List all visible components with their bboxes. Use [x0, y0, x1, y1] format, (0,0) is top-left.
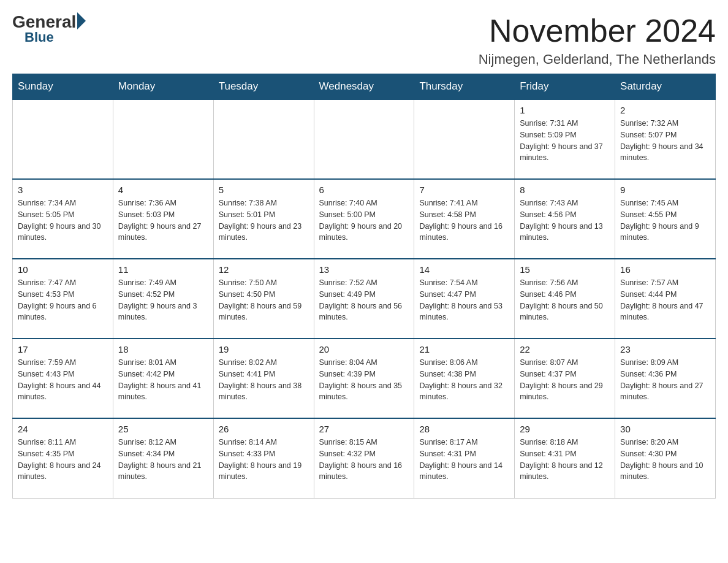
day-number: 8 — [520, 185, 610, 195]
calendar-cell: 28Sunrise: 8:17 AM Sunset: 4:31 PM Dayli… — [414, 418, 515, 498]
day-info: Sunrise: 7:34 AM Sunset: 5:05 PM Dayligh… — [18, 197, 108, 243]
day-number: 25 — [118, 424, 208, 434]
calendar-cell: 20Sunrise: 8:04 AM Sunset: 4:39 PM Dayli… — [314, 339, 414, 418]
day-number: 15 — [520, 264, 610, 275]
calendar-cell: 10Sunrise: 7:47 AM Sunset: 4:53 PM Dayli… — [13, 259, 113, 339]
day-info: Sunrise: 7:50 AM Sunset: 4:50 PM Dayligh… — [219, 277, 309, 323]
logo-blue: Blue — [25, 29, 54, 45]
calendar-cell: 2Sunrise: 7:32 AM Sunset: 5:07 PM Daylig… — [615, 99, 716, 179]
calendar-cell — [213, 99, 314, 179]
day-number: 27 — [319, 424, 409, 434]
day-number: 19 — [219, 344, 309, 354]
logo: General Blue — [12, 12, 86, 45]
day-info: Sunrise: 7:59 AM Sunset: 4:43 PM Dayligh… — [18, 357, 108, 403]
calendar-cell: 17Sunrise: 7:59 AM Sunset: 4:43 PM Dayli… — [13, 339, 113, 418]
calendar-cell: 12Sunrise: 7:50 AM Sunset: 4:50 PM Dayli… — [213, 259, 314, 339]
logo-triangle-icon — [77, 12, 86, 29]
day-number: 2 — [620, 105, 710, 115]
day-number: 17 — [18, 344, 108, 354]
day-number: 16 — [620, 264, 710, 275]
location-title: Nijmegen, Gelderland, The Netherlands — [479, 52, 716, 67]
calendar-cell: 24Sunrise: 8:11 AM Sunset: 4:35 PM Dayli… — [13, 418, 113, 498]
calendar-body: 1Sunrise: 7:31 AM Sunset: 5:09 PM Daylig… — [13, 99, 716, 498]
day-number: 5 — [219, 185, 309, 195]
calendar-week-row: 10Sunrise: 7:47 AM Sunset: 4:53 PM Dayli… — [13, 259, 716, 339]
calendar-week-row: 3Sunrise: 7:34 AM Sunset: 5:05 PM Daylig… — [13, 179, 716, 259]
calendar-cell: 8Sunrise: 7:43 AM Sunset: 4:56 PM Daylig… — [515, 179, 615, 259]
day-number: 1 — [520, 105, 610, 115]
calendar-cell: 7Sunrise: 7:41 AM Sunset: 4:58 PM Daylig… — [414, 179, 515, 259]
day-info: Sunrise: 8:01 AM Sunset: 4:42 PM Dayligh… — [118, 357, 208, 403]
calendar-week-row: 24Sunrise: 8:11 AM Sunset: 4:35 PM Dayli… — [13, 418, 716, 498]
calendar-cell: 6Sunrise: 7:40 AM Sunset: 5:00 PM Daylig… — [314, 179, 414, 259]
day-number: 22 — [520, 344, 610, 354]
day-info: Sunrise: 8:02 AM Sunset: 4:41 PM Dayligh… — [219, 357, 309, 403]
calendar-cell: 30Sunrise: 8:20 AM Sunset: 4:30 PM Dayli… — [615, 418, 716, 498]
weekday-header-thursday: Thursday — [414, 74, 515, 100]
day-number: 24 — [18, 424, 108, 434]
calendar-cell: 13Sunrise: 7:52 AM Sunset: 4:49 PM Dayli… — [314, 259, 414, 339]
day-info: Sunrise: 8:12 AM Sunset: 4:34 PM Dayligh… — [118, 437, 208, 483]
calendar-cell: 22Sunrise: 8:07 AM Sunset: 4:37 PM Dayli… — [515, 339, 615, 418]
day-info: Sunrise: 8:15 AM Sunset: 4:32 PM Dayligh… — [319, 437, 409, 483]
weekday-header-wednesday: Wednesday — [314, 74, 414, 100]
weekday-header-saturday: Saturday — [615, 74, 716, 100]
day-number: 7 — [419, 185, 509, 195]
day-info: Sunrise: 8:20 AM Sunset: 4:30 PM Dayligh… — [620, 437, 710, 483]
title-area: November 2024 Nijmegen, Gelderland, The … — [479, 12, 716, 67]
day-number: 23 — [620, 344, 710, 354]
calendar-cell: 19Sunrise: 8:02 AM Sunset: 4:41 PM Dayli… — [213, 339, 314, 418]
day-number: 11 — [118, 264, 208, 275]
calendar-cell — [13, 99, 113, 179]
day-info: Sunrise: 8:14 AM Sunset: 4:33 PM Dayligh… — [219, 437, 309, 483]
calendar-cell: 23Sunrise: 8:09 AM Sunset: 4:36 PM Dayli… — [615, 339, 716, 418]
calendar-cell: 11Sunrise: 7:49 AM Sunset: 4:52 PM Dayli… — [113, 259, 213, 339]
day-info: Sunrise: 8:04 AM Sunset: 4:39 PM Dayligh… — [319, 357, 409, 403]
day-info: Sunrise: 8:18 AM Sunset: 4:31 PM Dayligh… — [520, 437, 610, 483]
calendar-cell: 14Sunrise: 7:54 AM Sunset: 4:47 PM Dayli… — [414, 259, 515, 339]
weekday-header-sunday: Sunday — [13, 74, 113, 100]
day-info: Sunrise: 7:45 AM Sunset: 4:55 PM Dayligh… — [620, 197, 710, 243]
calendar-week-row: 17Sunrise: 7:59 AM Sunset: 4:43 PM Dayli… — [13, 339, 716, 418]
calendar-cell: 18Sunrise: 8:01 AM Sunset: 4:42 PM Dayli… — [113, 339, 213, 418]
day-info: Sunrise: 7:56 AM Sunset: 4:46 PM Dayligh… — [520, 277, 610, 323]
day-info: Sunrise: 7:36 AM Sunset: 5:03 PM Dayligh… — [118, 197, 208, 243]
calendar-cell: 16Sunrise: 7:57 AM Sunset: 4:44 PM Dayli… — [615, 259, 716, 339]
day-number: 13 — [319, 264, 409, 275]
calendar-cell: 15Sunrise: 7:56 AM Sunset: 4:46 PM Dayli… — [515, 259, 615, 339]
day-number: 29 — [520, 424, 610, 434]
calendar-cell — [414, 99, 515, 179]
calendar-cell: 27Sunrise: 8:15 AM Sunset: 4:32 PM Dayli… — [314, 418, 414, 498]
day-info: Sunrise: 7:43 AM Sunset: 4:56 PM Dayligh… — [520, 197, 610, 243]
day-number: 21 — [419, 344, 509, 354]
day-info: Sunrise: 7:47 AM Sunset: 4:53 PM Dayligh… — [18, 277, 108, 323]
day-number: 10 — [18, 264, 108, 275]
weekday-header-tuesday: Tuesday — [213, 74, 314, 100]
day-info: Sunrise: 7:32 AM Sunset: 5:07 PM Dayligh… — [620, 118, 710, 164]
calendar-cell: 1Sunrise: 7:31 AM Sunset: 5:09 PM Daylig… — [515, 99, 615, 179]
calendar-cell: 29Sunrise: 8:18 AM Sunset: 4:31 PM Dayli… — [515, 418, 615, 498]
day-number: 9 — [620, 185, 710, 195]
calendar-cell: 25Sunrise: 8:12 AM Sunset: 4:34 PM Dayli… — [113, 418, 213, 498]
calendar-cell: 21Sunrise: 8:06 AM Sunset: 4:38 PM Dayli… — [414, 339, 515, 418]
day-info: Sunrise: 7:40 AM Sunset: 5:00 PM Dayligh… — [319, 197, 409, 243]
day-info: Sunrise: 8:09 AM Sunset: 4:36 PM Dayligh… — [620, 357, 710, 403]
day-info: Sunrise: 8:06 AM Sunset: 4:38 PM Dayligh… — [419, 357, 509, 403]
day-number: 18 — [118, 344, 208, 354]
day-info: Sunrise: 7:52 AM Sunset: 4:49 PM Dayligh… — [319, 277, 409, 323]
calendar-cell: 9Sunrise: 7:45 AM Sunset: 4:55 PM Daylig… — [615, 179, 716, 259]
day-number: 3 — [18, 185, 108, 195]
day-number: 30 — [620, 424, 710, 434]
day-info: Sunrise: 7:38 AM Sunset: 5:01 PM Dayligh… — [219, 197, 309, 243]
weekday-header-friday: Friday — [515, 74, 615, 100]
day-info: Sunrise: 7:54 AM Sunset: 4:47 PM Dayligh… — [419, 277, 509, 323]
calendar-cell: 3Sunrise: 7:34 AM Sunset: 5:05 PM Daylig… — [13, 179, 113, 259]
day-number: 12 — [219, 264, 309, 275]
calendar-cell — [314, 99, 414, 179]
day-number: 26 — [219, 424, 309, 434]
calendar-table: SundayMondayTuesdayWednesdayThursdayFrid… — [12, 74, 716, 499]
day-info: Sunrise: 7:41 AM Sunset: 4:58 PM Dayligh… — [419, 197, 509, 243]
month-title: November 2024 — [479, 12, 716, 49]
weekday-header-monday: Monday — [113, 74, 213, 100]
day-info: Sunrise: 8:07 AM Sunset: 4:37 PM Dayligh… — [520, 357, 610, 403]
